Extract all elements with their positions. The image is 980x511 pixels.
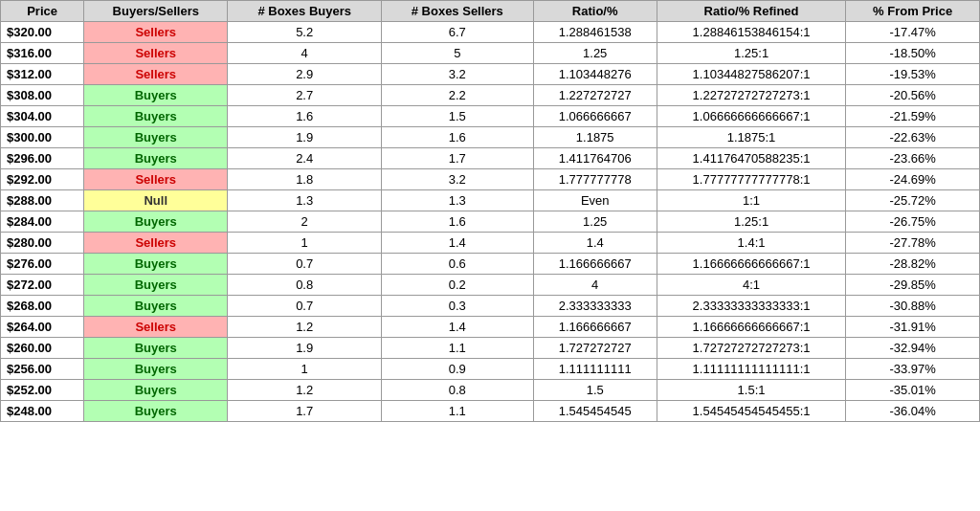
column-header-ratio---refined: Ratio/% Refined <box>657 1 846 22</box>
from-price-cell: -35.01% <box>846 380 980 401</box>
side-cell: Buyers <box>84 85 228 106</box>
boxes-sellers-cell: 0.2 <box>382 275 534 296</box>
boxes-sellers-cell: 1.5 <box>382 106 534 127</box>
table-row: $260.00Buyers1.91.11.7272727271.72727272… <box>1 338 980 359</box>
ratio-refined-cell: 1.11111111111111:1 <box>657 359 846 380</box>
ratio-refined-cell: 1.25:1 <box>657 43 846 64</box>
side-cell: Buyers <box>84 338 228 359</box>
ratio-refined-cell: 1.54545454545455:1 <box>657 401 846 422</box>
ratio-cell: 1.103448276 <box>533 64 657 85</box>
price-cell: $284.00 <box>1 211 84 233</box>
price-cell: $300.00 <box>1 127 84 148</box>
from-price-cell: -29.85% <box>846 275 980 296</box>
table-row: $252.00Buyers1.20.81.51.5:1-35.01% <box>1 380 980 401</box>
from-price-cell: -25.72% <box>846 190 980 211</box>
side-cell: Buyers <box>84 401 228 422</box>
main-table: PriceBuyers/Sellers# Boxes Buyers# Boxes… <box>0 0 980 422</box>
table-row: $296.00Buyers2.41.71.4117647061.41176470… <box>1 148 980 169</box>
ratio-cell: 1.25 <box>533 211 657 233</box>
boxes-sellers-cell: 0.8 <box>382 380 534 401</box>
boxes-buyers-cell: 1.2 <box>228 380 382 401</box>
boxes-sellers-cell: 1.3 <box>382 190 534 211</box>
from-price-cell: -19.53% <box>846 64 980 85</box>
ratio-cell: 1.166666667 <box>533 317 657 338</box>
table-row: $284.00Buyers21.61.251.25:1-26.75% <box>1 211 980 233</box>
price-cell: $320.00 <box>1 22 84 43</box>
ratio-refined-cell: 1.06666666666667:1 <box>657 106 846 127</box>
boxes-buyers-cell: 2.4 <box>228 148 382 169</box>
side-cell: Buyers <box>84 211 228 233</box>
ratio-refined-cell: 1:1 <box>657 190 846 211</box>
ratio-refined-cell: 1.72727272727273:1 <box>657 338 846 359</box>
table-row: $280.00Sellers11.41.41.4:1-27.78% <box>1 233 980 254</box>
ratio-cell: 1.111111111 <box>533 359 657 380</box>
side-cell: Buyers <box>84 106 228 127</box>
column-header-ratio--: Ratio/% <box>533 1 657 22</box>
boxes-sellers-cell: 3.2 <box>382 64 534 85</box>
table-row: $320.00Sellers5.26.71.2884615381.2884615… <box>1 22 980 43</box>
boxes-sellers-cell: 1.1 <box>382 338 534 359</box>
ratio-cell: 1.5 <box>533 380 657 401</box>
from-price-cell: -24.69% <box>846 169 980 190</box>
ratio-refined-cell: 1.4:1 <box>657 233 846 254</box>
from-price-cell: -30.88% <box>846 296 980 317</box>
boxes-sellers-cell: 1.7 <box>382 148 534 169</box>
price-cell: $312.00 <box>1 64 84 85</box>
from-price-cell: -26.75% <box>846 211 980 233</box>
table-row: $264.00Sellers1.21.41.1666666671.1666666… <box>1 317 980 338</box>
price-cell: $256.00 <box>1 359 84 380</box>
from-price-cell: -28.82% <box>846 254 980 275</box>
ratio-refined-cell: 1.1875:1 <box>657 127 846 148</box>
boxes-sellers-cell: 1.6 <box>382 127 534 148</box>
ratio-cell: 1.777777778 <box>533 169 657 190</box>
from-price-cell: -20.56% <box>846 85 980 106</box>
ratio-refined-cell: 1.41176470588235:1 <box>657 148 846 169</box>
side-cell: Buyers <box>84 254 228 275</box>
boxes-sellers-cell: 1.1 <box>382 401 534 422</box>
column-header---from-price: % From Price <box>846 1 980 22</box>
boxes-sellers-cell: 1.4 <box>382 317 534 338</box>
price-cell: $288.00 <box>1 190 84 211</box>
boxes-buyers-cell: 1.2 <box>228 317 382 338</box>
from-price-cell: -21.59% <box>846 106 980 127</box>
side-cell: Sellers <box>84 169 228 190</box>
ratio-cell: 1.166666667 <box>533 254 657 275</box>
boxes-buyers-cell: 0.8 <box>228 275 382 296</box>
ratio-refined-cell: 1.16666666666667:1 <box>657 254 846 275</box>
table-row: $308.00Buyers2.72.21.2272727271.22727272… <box>1 85 980 106</box>
boxes-buyers-cell: 1.7 <box>228 401 382 422</box>
side-cell: Sellers <box>84 43 228 64</box>
table-row: $316.00Sellers451.251.25:1-18.50% <box>1 43 980 64</box>
price-cell: $268.00 <box>1 296 84 317</box>
ratio-cell: 2.333333333 <box>533 296 657 317</box>
table-row: $256.00Buyers10.91.1111111111.1111111111… <box>1 359 980 380</box>
side-cell: Buyers <box>84 148 228 169</box>
side-cell: Null <box>84 190 228 211</box>
from-price-cell: -27.78% <box>846 233 980 254</box>
price-cell: $252.00 <box>1 380 84 401</box>
table-row: $304.00Buyers1.61.51.0666666671.06666666… <box>1 106 980 127</box>
boxes-buyers-cell: 1.6 <box>228 106 382 127</box>
boxes-sellers-cell: 2.2 <box>382 85 534 106</box>
ratio-refined-cell: 1.28846153846154:1 <box>657 22 846 43</box>
boxes-sellers-cell: 6.7 <box>382 22 534 43</box>
boxes-buyers-cell: 1 <box>228 233 382 254</box>
ratio-cell: 1.411764706 <box>533 148 657 169</box>
ratio-refined-cell: 4:1 <box>657 275 846 296</box>
side-cell: Buyers <box>84 127 228 148</box>
from-price-cell: -17.47% <box>846 22 980 43</box>
boxes-sellers-cell: 5 <box>382 43 534 64</box>
boxes-sellers-cell: 1.6 <box>382 211 534 233</box>
ratio-cell: 1.1875 <box>533 127 657 148</box>
boxes-buyers-cell: 0.7 <box>228 254 382 275</box>
boxes-buyers-cell: 0.7 <box>228 296 382 317</box>
ratio-refined-cell: 1.16666666666667:1 <box>657 317 846 338</box>
table-row: $248.00Buyers1.71.11.5454545451.54545454… <box>1 401 980 422</box>
ratio-cell: 1.4 <box>533 233 657 254</box>
boxes-buyers-cell: 2 <box>228 211 382 233</box>
price-cell: $272.00 <box>1 275 84 296</box>
price-cell: $280.00 <box>1 233 84 254</box>
price-cell: $296.00 <box>1 148 84 169</box>
from-price-cell: -18.50% <box>846 43 980 64</box>
ratio-cell: 4 <box>533 275 657 296</box>
